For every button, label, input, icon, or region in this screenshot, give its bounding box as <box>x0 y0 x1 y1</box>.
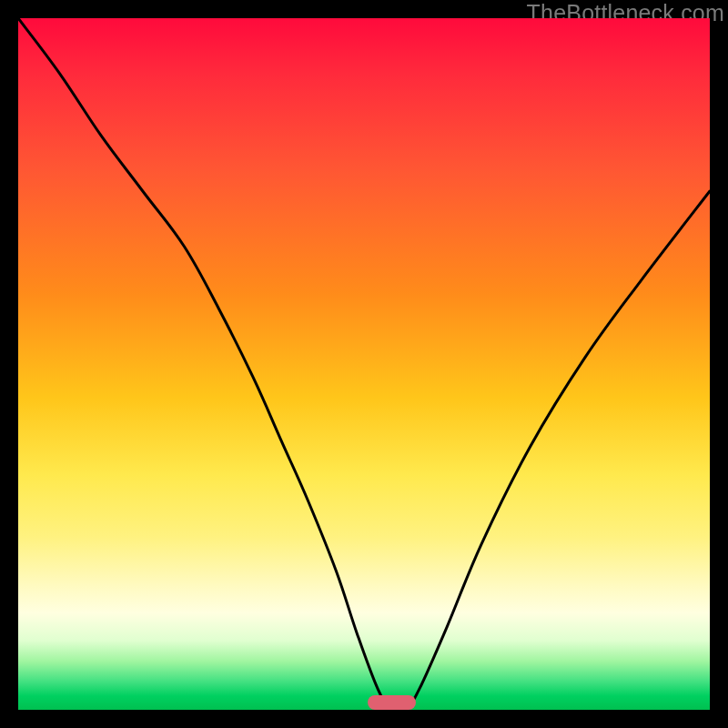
chart-frame: TheBottleneck.com <box>0 0 728 728</box>
plot-area <box>18 18 710 710</box>
bottleneck-curve <box>18 18 710 710</box>
optimal-range-marker <box>368 695 416 710</box>
